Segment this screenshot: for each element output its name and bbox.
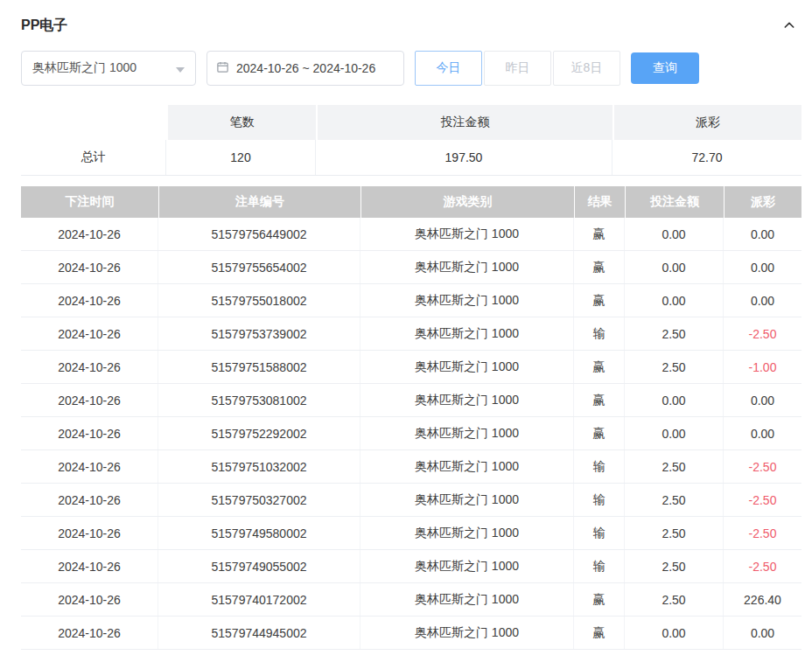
table-row: 2024-10-26 51579744945002 奥林匹斯之门 1000 赢 …	[21, 617, 802, 650]
header-bet-time: 下注时间	[21, 186, 158, 218]
cell-payout: 226.40	[724, 583, 802, 616]
cell-bet-amount: 2.50	[625, 450, 724, 483]
cell-order-id: 51579755654002	[158, 251, 360, 283]
cell-bet-amount: 0.00	[625, 617, 724, 649]
cell-result: 赢	[574, 384, 625, 416]
cell-bet-amount: 0.00	[625, 218, 724, 250]
yesterday-button[interactable]: 昨日	[484, 51, 551, 86]
cell-bet-amount: 2.50	[625, 317, 724, 350]
cell-payout: -2.50	[724, 317, 802, 350]
cell-order-id: 51579751588002	[158, 351, 360, 383]
summary-header-row: 笔数 投注金额 派彩	[21, 105, 802, 140]
last-8-days-button[interactable]: 近8日	[553, 51, 620, 86]
game-select[interactable]: 奥林匹斯之门 1000	[21, 51, 196, 86]
table-row: 2024-10-26 51579750327002 奥林匹斯之门 1000 输 …	[21, 484, 802, 517]
cell-bet-amount: 0.00	[625, 284, 724, 317]
header-result: 结果	[574, 186, 625, 218]
cell-game-category: 奥林匹斯之门 1000	[360, 384, 574, 416]
cell-payout: -2.50	[724, 484, 802, 516]
cell-order-id: 51579753081002	[158, 384, 360, 416]
cell-bet-time: 2024-10-26	[21, 251, 158, 283]
summary-total-bet-amount: 197.50	[316, 140, 612, 175]
cell-result: 赢	[574, 417, 625, 449]
cell-payout: -2.50	[724, 550, 802, 582]
header-bet-amount: 投注金额	[625, 186, 724, 218]
cell-result: 赢	[574, 583, 625, 616]
cell-order-id: 51579749580002	[158, 517, 360, 549]
summary-table: 笔数 投注金额 派彩 总计 120 197.50 72.70	[21, 105, 802, 176]
today-button[interactable]: 今日	[415, 51, 482, 86]
cell-bet-amount: 0.00	[625, 251, 724, 283]
cell-bet-time: 2024-10-26	[21, 351, 158, 383]
header-payout: 派彩	[724, 186, 802, 218]
table-row: 2024-10-26 51579749580002 奥林匹斯之门 1000 输 …	[21, 517, 802, 550]
summary-header-count: 笔数	[166, 105, 316, 140]
cell-payout: 0.00	[724, 284, 802, 317]
table-row: 2024-10-26 51579740172002 奥林匹斯之门 1000 赢 …	[21, 583, 802, 617]
cell-game-category: 奥林匹斯之门 1000	[360, 417, 574, 449]
cell-payout: -2.50	[724, 517, 802, 549]
cell-bet-time: 2024-10-26	[21, 284, 158, 317]
cell-bet-time: 2024-10-26	[21, 583, 158, 616]
pp-electronic-panel: PP电子 奥林匹斯之门 1000 2024-10-26 ~ 2024-10-26…	[0, 0, 812, 650]
cell-bet-time: 2024-10-26	[21, 517, 158, 549]
panel-header: PP电子	[21, 16, 802, 35]
table-row: 2024-10-26 51579753739002 奥林匹斯之门 1000 输 …	[21, 317, 802, 351]
cell-result: 赢	[574, 284, 625, 317]
cell-bet-amount: 2.50	[625, 351, 724, 383]
summary-header-payout: 派彩	[612, 105, 802, 140]
cell-bet-amount: 0.00	[625, 384, 724, 416]
cell-bet-amount: 2.50	[625, 517, 724, 549]
cell-bet-amount: 2.50	[625, 550, 724, 582]
cell-bet-time: 2024-10-26	[21, 484, 158, 516]
table-row: 2024-10-26 51579756449002 奥林匹斯之门 1000 赢 …	[21, 218, 802, 251]
cell-game-category: 奥林匹斯之门 1000	[360, 517, 574, 549]
date-range-value: 2024-10-26 ~ 2024-10-26	[236, 61, 375, 75]
table-row: 2024-10-26 51579751032002 奥林匹斯之门 1000 输 …	[21, 450, 802, 484]
panel-title: PP电子	[21, 17, 67, 35]
summary-total-count: 120	[166, 140, 316, 175]
cell-payout: 0.00	[724, 218, 802, 250]
quick-range-group: 今日 昨日 近8日	[415, 51, 620, 86]
summary-total-payout: 72.70	[612, 140, 802, 175]
cell-order-id: 51579740172002	[158, 583, 360, 616]
game-select-value: 奥林匹斯之门 1000	[32, 60, 136, 76]
calendar-icon	[216, 60, 229, 76]
cell-result: 赢	[574, 218, 625, 250]
cell-order-id: 51579756449002	[158, 218, 360, 250]
table-row: 2024-10-26 51579753081002 奥林匹斯之门 1000 赢 …	[21, 384, 802, 417]
cell-bet-time: 2024-10-26	[21, 550, 158, 582]
chevron-down-icon	[176, 61, 185, 75]
cell-payout: 0.00	[724, 251, 802, 283]
cell-order-id: 51579755018002	[158, 284, 360, 317]
header-game-category: 游戏类别	[360, 186, 574, 218]
cell-bet-time: 2024-10-26	[21, 218, 158, 250]
cell-bet-time: 2024-10-26	[21, 417, 158, 449]
cell-bet-time: 2024-10-26	[21, 384, 158, 416]
cell-game-category: 奥林匹斯之门 1000	[360, 583, 574, 616]
cell-order-id: 51579752292002	[158, 417, 360, 449]
cell-game-category: 奥林匹斯之门 1000	[360, 284, 574, 317]
table-row: 2024-10-26 51579752292002 奥林匹斯之门 1000 赢 …	[21, 417, 802, 450]
cell-game-category: 奥林匹斯之门 1000	[360, 218, 574, 250]
table-row: 2024-10-26 51579755018002 奥林匹斯之门 1000 赢 …	[21, 284, 802, 317]
bet-table-header: 下注时间 注单编号 游戏类别 结果 投注金额 派彩	[21, 186, 802, 218]
chevron-up-icon[interactable]	[782, 18, 802, 32]
date-range-input[interactable]: 2024-10-26 ~ 2024-10-26	[206, 51, 404, 86]
summary-header-bet-amount: 投注金额	[316, 105, 612, 140]
cell-game-category: 奥林匹斯之门 1000	[360, 550, 574, 582]
table-row: 2024-10-26 51579749055002 奥林匹斯之门 1000 输 …	[21, 550, 802, 583]
search-button[interactable]: 查询	[631, 52, 699, 84]
cell-game-category: 奥林匹斯之门 1000	[360, 450, 574, 483]
cell-payout: 0.00	[724, 417, 802, 449]
table-row: 2024-10-26 51579755654002 奥林匹斯之门 1000 赢 …	[21, 251, 802, 284]
cell-game-category: 奥林匹斯之门 1000	[360, 484, 574, 516]
header-order-id: 注单编号	[158, 186, 360, 218]
cell-result: 输	[574, 450, 625, 483]
cell-order-id: 51579753739002	[158, 317, 360, 350]
cell-result: 输	[574, 517, 625, 549]
cell-bet-time: 2024-10-26	[21, 317, 158, 350]
cell-payout: 0.00	[724, 384, 802, 416]
cell-result: 输	[574, 317, 625, 350]
cell-game-category: 奥林匹斯之门 1000	[360, 317, 574, 350]
